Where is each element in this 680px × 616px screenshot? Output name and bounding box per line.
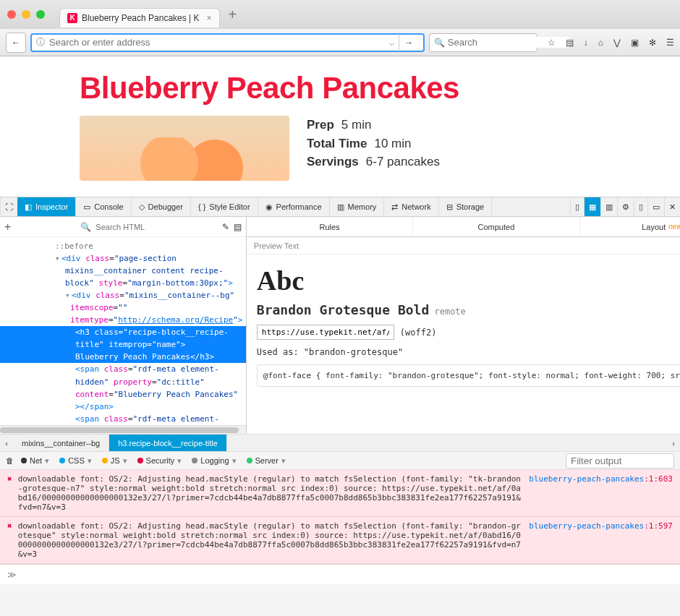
tool-inspector[interactable]: ◧Inspector — [17, 197, 76, 216]
devtools-icon[interactable]: ✻ — [649, 38, 656, 48]
devtools-body: + 🔍 ✎ ▤ ::before ▾<div class="page-secti… — [0, 217, 680, 434]
crumb-current[interactable]: h3.recipe-block__recipe-title — [109, 435, 227, 451]
favicon: K — [67, 13, 77, 23]
address-bar[interactable]: ⓘ ⌵ → — [30, 33, 425, 52]
markup-toolbar: + 🔍 ✎ ▤ — [0, 217, 246, 237]
home-icon[interactable]: ⌂ — [598, 38, 603, 48]
selected-node[interactable]: <h3 class="recipe-block__recipe- — [0, 326, 246, 338]
search-bar[interactable]: 🔍 — [429, 33, 537, 52]
sidebar-tabs: Rules Computed Layoutnew! Animations Fon… — [247, 217, 680, 237]
zoom-window-button[interactable] — [36, 10, 45, 19]
filter-chip-security[interactable]: Security▾ — [137, 456, 182, 466]
close-window-button[interactable] — [7, 10, 16, 19]
tool-storage[interactable]: ⊟Storage — [439, 197, 493, 216]
error-icon: ✖ — [7, 521, 12, 559]
tab-layout[interactable]: Layoutnew! — [580, 217, 680, 236]
crumb-parent[interactable]: mixins__container--bg — [13, 435, 109, 451]
split-console-icon[interactable]: ▯ — [634, 197, 647, 216]
markup-panel: + 🔍 ✎ ▤ ::before ▾<div class="page-secti… — [0, 217, 247, 434]
source-link[interactable]: blueberry-peach-pancakes — [529, 521, 644, 531]
font-format: (woff2) — [400, 328, 437, 338]
reader-icon[interactable]: ▤ — [566, 38, 574, 48]
preview-text-label[interactable]: Preview Text — [254, 241, 299, 250]
pick-element-icon[interactable]: ⛶ — [0, 197, 17, 216]
fonts-body: Abc Brandon Grotesque Bold remote (woff2… — [247, 254, 680, 397]
menu-icon[interactable]: ☰ — [666, 38, 674, 48]
tool-memory[interactable]: ▥Memory — [330, 197, 385, 216]
frames-icon[interactable]: ▥ — [600, 197, 617, 216]
bookmark-icon[interactable]: ☆ — [548, 38, 556, 48]
console-output: ✖downloadable font: OS/2: Adjusting head… — [0, 470, 680, 564]
tree-node: ▾<div class="mixins__container--bg" — [0, 289, 246, 301]
console-prompt[interactable]: ≫ — [0, 564, 680, 584]
tab-rules[interactable]: Rules — [247, 217, 413, 236]
html-search-input[interactable] — [95, 223, 217, 231]
dock-side-icon[interactable]: ▯ — [570, 197, 584, 216]
error-icon: ✖ — [7, 474, 12, 512]
filter-chip-server[interactable]: Server▾ — [247, 456, 286, 466]
tool-network[interactable]: ⇄Network — [384, 197, 438, 216]
font-name: Brandon Grotesque Bold remote — [257, 302, 680, 317]
tool-debugger[interactable]: ◇Debugger — [132, 197, 191, 216]
filter-chip-net[interactable]: Net▾ — [21, 456, 49, 466]
toggle-panel-icon[interactable]: ▤ — [234, 222, 242, 232]
clear-console-icon[interactable]: 🗑 — [6, 456, 14, 465]
new-tab-button[interactable]: + — [229, 7, 237, 23]
pseudo-before: ::before — [0, 240, 246, 252]
tree-node: ▾<div class="page-section — [0, 252, 246, 265]
url-input[interactable] — [49, 37, 385, 48]
search-icon: 🔍 — [80, 222, 91, 232]
downloads-icon[interactable]: ↓ — [584, 38, 588, 48]
devtools-toolstrip: ⛶ ◧Inspector ▭Console ◇Debugger { }Style… — [0, 197, 680, 217]
console-message[interactable]: ✖downloadable font: OS/2: Adjusting head… — [0, 470, 680, 517]
back-button[interactable]: ← — [6, 33, 26, 53]
go-button[interactable]: → — [399, 34, 419, 51]
tab-computed[interactable]: Computed — [413, 217, 579, 236]
crumb-next-icon[interactable]: › — [667, 439, 680, 448]
dom-tree[interactable]: ::before ▾<div class="page-section mixin… — [0, 237, 246, 425]
eyedropper-icon[interactable]: ✎ — [222, 222, 229, 232]
settings-icon[interactable]: ⚙ — [617, 197, 634, 216]
tree-node: <span class="rdf-meta element- — [0, 363, 246, 375]
tab-title: Blueberry Peach Pancakes | K — [82, 13, 200, 23]
pocket-icon[interactable]: ⋁ — [613, 38, 621, 48]
filter-chip-css[interactable]: CSS▾ — [59, 456, 92, 466]
add-node-icon[interactable]: + — [4, 221, 11, 234]
source-link[interactable]: blueberry-peach-pancakes — [529, 474, 644, 484]
page-content: Blueberry Peach Pancakes Prep5 min Total… — [0, 56, 680, 197]
crumb-prev-icon[interactable]: ‹ — [0, 439, 13, 448]
font-used-as: Used as: "brandon-grotesque" — [257, 347, 680, 357]
font-face-rule: @font-face { font-family: "brandon-grote… — [257, 364, 680, 387]
breadcrumb: ‹ mixins__container--bg h3.recipe-block_… — [0, 434, 680, 451]
font-url-input[interactable] — [257, 325, 394, 340]
tool-style-editor[interactable]: { }Style Editor — [191, 197, 258, 216]
tree-node: <span class="rdf-meta element- — [0, 413, 246, 425]
tab-close-icon[interactable]: × — [207, 13, 212, 23]
recipe-image — [80, 116, 289, 181]
tool-console[interactable]: ▭Console — [76, 197, 131, 216]
close-devtools-icon[interactable]: ✕ — [664, 197, 680, 216]
window-controls — [7, 10, 45, 19]
shield-icon[interactable]: ▣ — [631, 38, 639, 48]
filter-chip-logging[interactable]: Logging▾ — [192, 456, 236, 466]
console-filter-input[interactable] — [566, 453, 674, 469]
site-info-icon[interactable]: ⓘ — [36, 36, 45, 48]
dropdown-icon[interactable]: ⌵ — [389, 38, 394, 48]
recipe-meta: Prep5 min Total Time10 min Servings6-7 p… — [307, 116, 440, 181]
console-filter-bar: 🗑 Net▾CSS▾JS▾Security▾Logging▾Server▾ — [0, 451, 680, 470]
minimize-window-button[interactable] — [22, 10, 30, 19]
recipe-title: Blueberry Peach Pancakes — [80, 71, 600, 106]
sidebar-panel: Rules Computed Layoutnew! Animations Fon… — [247, 217, 680, 434]
fonts-header: Preview Text Show all fonts used — [247, 237, 680, 254]
browser-tab[interactable]: K Blueberry Peach Pancakes | K × — [59, 8, 220, 27]
scrollbar[interactable] — [0, 425, 246, 434]
dock-bottom-icon[interactable]: ▭ — [647, 197, 664, 216]
filter-chip-js[interactable]: JS▾ — [102, 456, 127, 466]
tool-performance[interactable]: ◉Performance — [258, 197, 330, 216]
font-preview: Abc — [257, 265, 680, 296]
toolbar-icons: ☆ ▤ ↓ ⌂ ⋁ ▣ ✻ ☰ — [548, 38, 674, 48]
responsive-mode-icon[interactable]: ▦ — [584, 197, 600, 216]
console-message[interactable]: ✖downloadable font: OS/2: Adjusting head… — [0, 517, 680, 564]
search-icon: 🔍 — [434, 38, 445, 48]
titlebar: K Blueberry Peach Pancakes | K × + — [0, 0, 680, 29]
